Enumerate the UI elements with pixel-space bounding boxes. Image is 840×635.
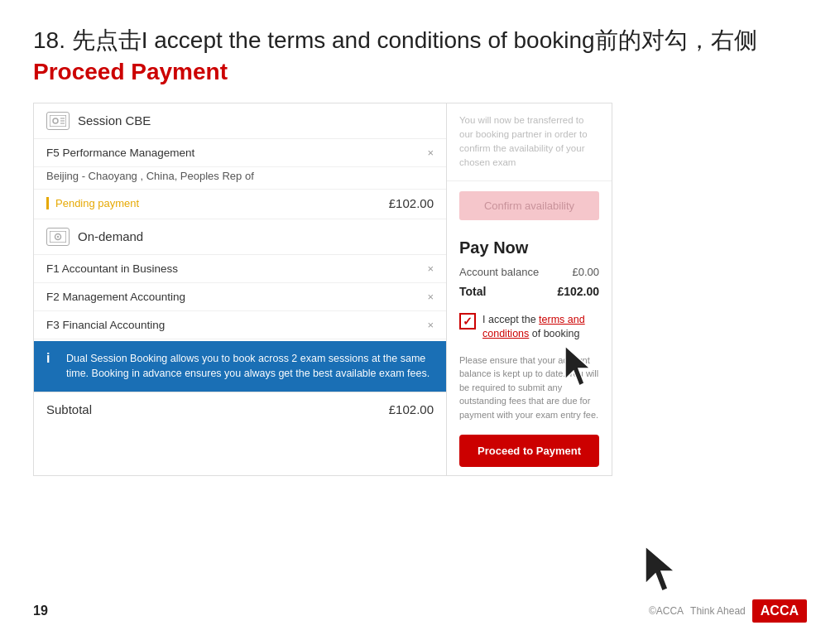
total-value: £102.00 — [557, 285, 599, 298]
f5-location: Beijing - Chaoyang , China, Peoples Rep … — [34, 167, 446, 190]
instruction-highlight: Proceed Payment — [33, 59, 228, 84]
f5-price: £102.00 — [389, 196, 434, 210]
acca-logo: ACCA — [752, 599, 807, 623]
f5-close-button[interactable]: × — [427, 147, 434, 159]
terms-checkbox-wrapper: ✓ — [459, 313, 476, 330]
account-balance-label: Account balance — [459, 266, 539, 278]
ondemand-header: On-demand — [34, 219, 446, 255]
step-number: 18. — [33, 27, 65, 53]
f5-pending-row: Pending payment £102.00 — [34, 190, 446, 219]
f2-exam-name: F2 Management Accounting — [46, 291, 185, 303]
f1-exam-name: F1 Accountant in Business — [46, 262, 178, 275]
f5-pending-label: Pending payment — [46, 197, 139, 209]
f3-close-button[interactable]: × — [427, 319, 434, 331]
content-area: Session CBE F5 Performance Management × … — [33, 103, 807, 477]
terms-checkbox-area: ✓ I accept the terms and conditions of b… — [447, 306, 612, 349]
ondemand-label: On-demand — [78, 229, 143, 243]
total-label: Total — [459, 285, 486, 298]
info-box: i Dual Session Booking allows you to boo… — [34, 341, 446, 392]
f2-close-button[interactable]: × — [427, 291, 434, 303]
terms-text-before: I accept the — [482, 314, 539, 325]
footer-right: ©ACCA Think Ahead ACCA — [649, 599, 807, 623]
session-cbe-label: Session CBE — [78, 113, 151, 127]
proceed-to-payment-button[interactable]: Proceed to Payment — [459, 435, 599, 467]
account-balance-row: Account balance £0.00 — [447, 262, 612, 281]
page-number: 19 — [33, 604, 48, 618]
subtotal-label: Subtotal — [46, 402, 92, 416]
terms-text-after: of booking — [529, 328, 579, 339]
f2-exam-row: F2 Management Accounting × — [34, 283, 446, 311]
checkmark-icon: ✓ — [463, 315, 473, 328]
subtotal-price: £102.00 — [389, 402, 434, 416]
svg-point-1 — [53, 118, 58, 123]
tagline-text: Think Ahead — [690, 605, 746, 617]
terms-checkbox[interactable]: ✓ — [459, 313, 476, 330]
instruction-cn: 先点击I accept the terms and conditions of … — [72, 27, 757, 53]
ondemand-icon — [46, 228, 70, 246]
pay-now-title: Pay Now — [447, 230, 612, 262]
total-row: Total £102.00 — [447, 281, 612, 306]
f5-exam-name: F5 Performance Management — [46, 147, 194, 159]
proceed-btn-wrapper: Proceed to Payment — [447, 430, 612, 475]
f3-exam-row: F3 Financial Accounting × — [34, 311, 446, 339]
right-panel: You will now be transferred to our booki… — [447, 103, 612, 477]
f1-close-button[interactable]: × — [427, 262, 434, 275]
svg-point-7 — [57, 235, 59, 237]
left-panel: Session CBE F5 Performance Management × … — [33, 103, 447, 477]
header-title: 18. 先点击I accept the terms and conditions… — [33, 25, 807, 88]
account-balance-value: £0.00 — [572, 266, 599, 278]
cursor-arrow-proceed — [629, 538, 687, 604]
terms-label: I accept the terms and conditions of boo… — [482, 313, 599, 342]
transfer-text: You will now be transferred to our booki… — [447, 103, 612, 181]
copyright-text: ©ACCA — [649, 605, 684, 617]
page: 18. 先点击I accept the terms and conditions… — [0, 0, 840, 635]
f3-exam-name: F3 Financial Accounting — [46, 319, 165, 331]
session-cbe-header: Session CBE — [34, 103, 446, 139]
session-cbe-icon — [46, 112, 70, 130]
subtotal-row: Subtotal £102.00 — [34, 392, 446, 426]
info-text: Dual Session Booking allows you to book … — [66, 351, 434, 382]
confirm-availability-button[interactable]: Confirm availability — [459, 191, 599, 220]
info-icon: i — [46, 351, 58, 366]
please-note-text: Please ensure that your account balance … — [447, 349, 612, 431]
svg-marker-9 — [646, 546, 674, 591]
f1-exam-row: F1 Accountant in Business × — [34, 255, 446, 283]
f5-exam-row: F5 Performance Management × — [34, 139, 446, 167]
footer: 19 ©ACCA Think Ahead ACCA — [33, 599, 807, 623]
